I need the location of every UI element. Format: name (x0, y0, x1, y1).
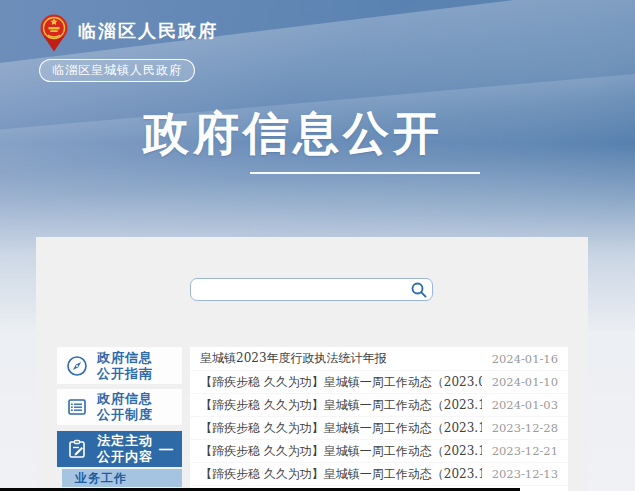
sidebar-nav: 政府信息 公开指南 政府信息 (57, 347, 182, 487)
article-list: 皇城镇2023年度行政执法统计年报 2024-01-16 【蹄疾步稳 久久为功】… (190, 347, 568, 491)
document-icon (57, 396, 97, 418)
list-item[interactable]: 【蹄疾步稳 久久为功】皇城镇一周工作动态（2023.01.01-2023.01.… (190, 370, 568, 393)
list-item[interactable]: 【蹄疾步稳 久久为功】皇城镇一周工作动态（2023.12.18-2023.12.… (190, 416, 568, 439)
article-title[interactable]: 【蹄疾步稳 久久为功】皇城镇一周工作动态（2023.01.01-2023.01.… (200, 374, 482, 391)
sub-site-badge[interactable]: 临淄区皇城镇人民政府 (39, 59, 195, 82)
content-panel: 政府信息 公开指南 政府信息 (36, 237, 588, 491)
search-icon[interactable] (411, 282, 427, 298)
sidebar-item-label: 法定主动 公开内容 (97, 433, 153, 465)
article-date: 2024-01-03 (492, 398, 558, 412)
list-item[interactable]: 皇城镇2023年度行政执法统计年报 2024-01-16 (190, 347, 568, 370)
national-emblem-icon (40, 13, 68, 56)
page: 临淄区人民政府 临淄区皇城镇人民政府 政府信息公开 (0, 0, 635, 491)
search-box[interactable] (190, 278, 433, 301)
sidebar-item-gov-info-system[interactable]: 政府信息 公开制度 (57, 389, 182, 425)
list-item[interactable]: 【蹄疾步稳 久久为功】皇城镇一周工作动态（2023.12.25-2023.12.… (190, 393, 568, 416)
page-title: 政府信息公开 (143, 106, 443, 161)
article-date: 2023-12-21 (492, 444, 558, 458)
article-date: 2023-12-13 (492, 467, 558, 481)
collapse-minus-icon[interactable]: — (159, 441, 173, 457)
article-title[interactable]: 【蹄疾步稳 久久为功】皇城镇一周工作动态（2023.12.18-2023.12.… (200, 420, 482, 437)
search-input[interactable] (199, 280, 399, 299)
article-date: 2023-12-28 (492, 421, 558, 435)
list-item[interactable]: 【蹄疾步稳 久久为功】皇城镇一周工作动态（2023.12.11-2023.12.… (190, 439, 568, 462)
clipboard-pen-icon (57, 438, 97, 460)
sidebar-subitem-business-work[interactable]: 业务工作 (62, 469, 182, 487)
site-title: 临淄区人民政府 (78, 19, 218, 43)
sidebar-item-label: 政府信息 公开制度 (97, 391, 153, 423)
sidebar-item-gov-info-guide[interactable]: 政府信息 公开指南 (57, 347, 182, 384)
article-title[interactable]: 【蹄疾步稳 久久为功】皇城镇一周工作动态（2023.12.4-2023.12.1… (200, 466, 482, 483)
article-title[interactable]: 【蹄疾步稳 久久为功】皇城镇一周工作动态（2023.12.11-2023.12.… (200, 443, 482, 460)
article-date: 2024-01-10 (492, 375, 558, 389)
compass-icon (57, 355, 97, 377)
article-title[interactable]: 皇城镇2023年度行政执法统计年报 (200, 350, 482, 367)
title-underline (250, 172, 480, 174)
sidebar-item-statutory-disclosure[interactable]: 法定主动 公开内容 — (57, 431, 182, 467)
article-date: 2024-01-16 (492, 352, 558, 366)
sidebar-item-label: 政府信息 公开指南 (97, 350, 153, 382)
article-title[interactable]: 【蹄疾步稳 久久为功】皇城镇一周工作动态（2023.12.25-2023.12.… (200, 397, 482, 414)
list-item[interactable]: 【蹄疾步稳 久久为功】皇城镇一周工作动态（2023.12.4-2023.12.1… (190, 462, 568, 485)
